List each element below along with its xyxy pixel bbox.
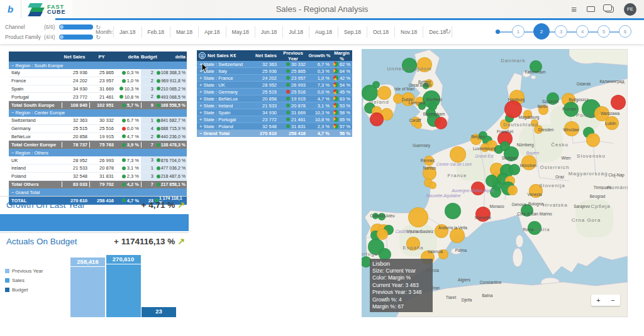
page-button-3[interactable]: 3	[555, 25, 567, 38]
map-bubble-green[interactable]	[362, 85, 378, 101]
menu-icon[interactable]: ≡	[571, 4, 577, 14]
zoom-out-button[interactable]: −	[606, 295, 620, 306]
page-button-2[interactable]: 2	[533, 23, 550, 40]
table-row[interactable]: Germany25 51525 5160,0 %4688 715,9 %	[9, 125, 187, 133]
table-row[interactable]: + State : UK28 95226 9937,3 %54 %	[197, 82, 352, 89]
pager-start-dot[interactable]	[496, 30, 500, 34]
map-bubble-green[interactable]	[504, 146, 519, 161]
map-bubble-yellow[interactable]	[414, 121, 422, 129]
table-row[interactable]: France24 20223 9571,0 %2969 911,8 %	[9, 77, 187, 85]
month-button-may18[interactable]: May.18	[226, 26, 255, 38]
menu-circle-icon[interactable]	[199, 52, 206, 59]
table-row[interactable]: Switzerland32 36330 3326,7 %1841 682,7 %	[9, 117, 187, 125]
month-button-apr18[interactable]: Apr.18	[199, 26, 226, 38]
table-row[interactable]: + State : Portugal23 77221 46110,8 %65 %	[197, 116, 352, 123]
map-bubble-yellow[interactable]	[586, 133, 600, 147]
map-bubble-yellow[interactable]	[408, 207, 428, 227]
map-bubble-yellow[interactable]	[377, 86, 391, 100]
map-bubble-red[interactable]	[504, 100, 522, 118]
map-bubble-yellow[interactable]	[401, 92, 415, 106]
map-bubble-green[interactable]	[402, 58, 417, 73]
avatar[interactable]: FE	[624, 3, 636, 16]
map-bubble-yellow[interactable]	[521, 155, 536, 170]
table-row[interactable]: + State : BeNeLux20 85819 9154,7 %63 %	[197, 95, 352, 102]
page-button-6[interactable]: 6	[619, 25, 631, 38]
table-total-row[interactable]: Total Center Europe78 73775 7633,9 %7138…	[9, 141, 187, 149]
table-row[interactable]: + State : Italy25 93625 8650,3 %64 %	[197, 68, 352, 75]
grand-total-group-header[interactable]: − Grand Total	[9, 188, 187, 196]
map-bubble-green[interactable]	[372, 213, 379, 219]
map-bubble-green[interactable]	[528, 221, 541, 235]
table-row[interactable]: + State : Poland32 54831 8312,3 %57 %	[197, 123, 352, 130]
map-bubble-red[interactable]	[611, 95, 626, 110]
table-total-row[interactable]: Total South Europe108 840102 9515,7 %916…	[9, 101, 187, 109]
month-button-jan18[interactable]: Jan.18	[113, 26, 142, 38]
map-bubble-yellow[interactable]	[406, 237, 420, 251]
month-button-oct18[interactable]: Oct.18	[367, 26, 395, 38]
map-bubble-green[interactable]	[564, 102, 579, 117]
map-bubble-yellow[interactable]	[429, 182, 436, 189]
filters-reset-icon[interactable]: ↻	[445, 28, 451, 36]
map-bubble-red[interactable]	[435, 117, 447, 129]
map-bubble-yellow[interactable]	[564, 121, 579, 136]
table-row[interactable]: + State : Ireland21 53320 8783,1 %53 %	[197, 102, 352, 109]
table-row[interactable]: UK28 95226 9937,3 %3876 704,0 %	[9, 156, 187, 165]
page-button-4[interactable]: 4	[576, 25, 589, 38]
table-row[interactable]: BeNeLux20 85819 9154,7 %2440 236,0 %	[9, 133, 187, 141]
channel-slider[interactable]	[59, 24, 93, 30]
zoom-in-button[interactable]: +	[591, 295, 606, 306]
map-bubble-green[interactable]	[547, 92, 559, 105]
map-bubble-yellow[interactable]	[480, 143, 489, 152]
map-bubble-green[interactable]	[530, 60, 542, 73]
month-button-nov18[interactable]: Nov.18	[395, 26, 423, 38]
map-bubble-yellow[interactable]	[534, 125, 543, 134]
map-bubble-yellow[interactable]	[435, 224, 448, 238]
map-bubble-green[interactable]	[509, 164, 520, 175]
map-bubble-yellow[interactable]	[538, 105, 548, 115]
map-bubble-yellow[interactable]	[529, 184, 543, 198]
region-group-header[interactable]: − Region : Others	[9, 149, 187, 156]
app-logo-b[interactable]: b	[0, 0, 21, 18]
map-bubble-red[interactable]	[370, 112, 384, 126]
month-button-mar18[interactable]: Mar.18	[170, 26, 199, 38]
map-bubble-yellow[interactable]	[450, 146, 466, 163]
region-group-header[interactable]: − Region : Center Europe	[9, 109, 187, 117]
table-row[interactable]: + State : Spain34 93031 66910,3 %58 %	[197, 109, 352, 116]
table-row[interactable]: Italy25 93625 8650,3 %2108 368,3 %	[9, 69, 187, 77]
europe-map[interactable]: United KingdomGreat BritainBelfastIsle o…	[362, 49, 628, 317]
map-bubble-green[interactable]	[378, 213, 386, 220]
maximize-icon[interactable]	[587, 6, 595, 12]
map-bubble-green[interactable]	[445, 203, 461, 219]
map-bubble-yellow[interactable]	[523, 110, 532, 119]
table-row[interactable]: Portugal23 77221 46110,8 %2493 068,5 %	[9, 93, 187, 101]
month-button-feb18[interactable]: Feb.18	[142, 26, 170, 38]
table-row[interactable]: Ireland21 53320 8783,1 %1477 036,2 %	[9, 165, 187, 173]
map-bubble-green[interactable]	[486, 175, 498, 187]
map-bubble-yellow[interactable]	[605, 116, 619, 130]
month-button-jul18[interactable]: Jul.18	[283, 26, 309, 38]
map-bubble-green[interactable]	[521, 204, 533, 217]
table-row[interactable]: Poland32 54831 8312,3 %3218 487,6 %	[9, 173, 187, 181]
map-bubble-yellow[interactable]	[417, 57, 432, 72]
map-bubble-yellow[interactable]	[424, 156, 434, 166]
map-bubble-yellow[interactable]	[377, 229, 388, 240]
map-bubble-green[interactable]	[490, 187, 501, 198]
month-button-jun18[interactable]: Jun.18	[255, 26, 284, 38]
page-button-1[interactable]: 1	[512, 25, 525, 38]
map-bubble-yellow[interactable]	[393, 94, 403, 104]
bar-sales[interactable]: 270,610	[106, 255, 141, 317]
map-bubble-red[interactable]	[475, 207, 491, 222]
bar-budget[interactable]: 23	[142, 307, 176, 317]
bar-previous-year[interactable]: 258,416	[70, 257, 105, 317]
map-bubble-yellow[interactable]	[450, 228, 465, 243]
comments-icon[interactable]	[605, 6, 614, 13]
table-total-row[interactable]: Total Others83 03379 7024,2 %7217 858,1 …	[9, 181, 187, 189]
page-button-5[interactable]: 5	[597, 25, 610, 38]
map-bubble-yellow[interactable]	[508, 185, 518, 195]
map-bubble-red[interactable]	[471, 182, 485, 195]
table-row[interactable]: Spain34 93031 66910,3 %3210 065,2 %	[9, 85, 187, 94]
month-button-aug18[interactable]: Aug.18	[309, 26, 338, 38]
table-row[interactable]: + State : Switzerland32 36330 3326,7 %62…	[197, 61, 352, 68]
table-row[interactable]: + State : France24 20223 9571,0 %42 %	[197, 75, 352, 82]
map-bubble-green[interactable]	[423, 83, 429, 89]
